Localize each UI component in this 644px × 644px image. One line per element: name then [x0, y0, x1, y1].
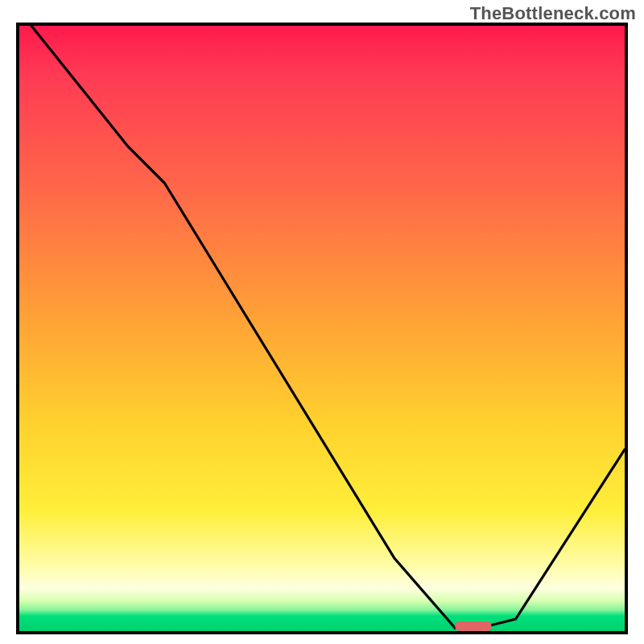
- watermark-text: TheBottleneck.com: [470, 3, 636, 24]
- plot-area: [16, 23, 628, 634]
- bottleneck-curve-line: [31, 26, 625, 628]
- chart-overlay-svg: [19, 26, 625, 631]
- optimal-marker: [455, 621, 491, 631]
